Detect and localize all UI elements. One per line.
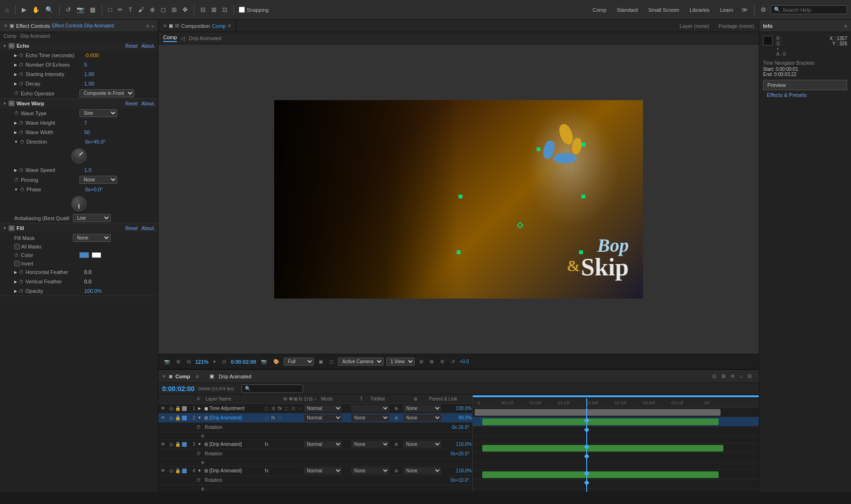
viewer-alpha-btn[interactable]: ◻ xyxy=(328,358,335,365)
layer-2-sw-1[interactable]: ◻ xyxy=(264,415,269,420)
echo-operator-watch[interactable]: ⏱ xyxy=(14,91,19,96)
echo-decay-value[interactable]: 1.00 xyxy=(84,81,94,86)
wave-warp-collapse-icon[interactable]: ▼ xyxy=(3,102,7,106)
color-watch[interactable]: ⏱ xyxy=(14,253,19,258)
layer-1-sw-5[interactable]: ⊟ xyxy=(290,406,296,411)
roto-tool[interactable]: ⊞ xyxy=(170,5,178,15)
echo-intensity-value[interactable]: 1.00 xyxy=(84,71,94,77)
snapping-checkbox[interactable] xyxy=(239,7,245,13)
direction-watch[interactable]: ⏱ xyxy=(20,139,25,145)
zoom-dropdown[interactable]: ▾ xyxy=(211,358,217,365)
layer-3-parent[interactable]: None xyxy=(403,441,441,448)
viewer-back-icon[interactable]: ◁ xyxy=(181,35,185,42)
align-tool[interactable]: ⊟ xyxy=(199,5,207,15)
opacity-watch[interactable]: ⏱ xyxy=(19,289,24,294)
wave-width-watch[interactable]: ⏱ xyxy=(19,130,24,135)
antialiasing-select[interactable]: Low xyxy=(73,214,111,222)
motion-tool[interactable]: ⊠ xyxy=(210,5,218,15)
layer-3-mode[interactable]: Normal xyxy=(304,441,342,448)
link-tool[interactable]: ⊡ xyxy=(221,5,229,15)
vert-feather-watch[interactable]: ⏱ xyxy=(19,279,24,284)
layer-3-sw-fx[interactable]: fx xyxy=(264,442,269,447)
phase-expand[interactable]: ▼ xyxy=(14,188,18,192)
layer-4-rot-watch[interactable]: ⏱ xyxy=(196,478,201,483)
fill-about-btn[interactable]: About. xyxy=(141,226,155,231)
viewer-frame-btn[interactable]: 📷 xyxy=(259,358,269,365)
app-settings-icon[interactable]: ⚙ xyxy=(759,5,768,15)
wave-warp-reset-btn[interactable]: Reset xyxy=(125,101,138,106)
invert-checkbox[interactable] xyxy=(14,261,20,266)
layer-2-rot-watch[interactable]: ⏱ xyxy=(196,425,201,430)
wave-speed-watch[interactable]: ⏱ xyxy=(19,168,24,173)
layer-2-lock[interactable]: 🔒 xyxy=(174,415,181,420)
echo-collapse-icon[interactable]: ▼ xyxy=(3,44,7,48)
fill-effect-header[interactable]: ▼ fx Fill Reset About. xyxy=(0,223,158,233)
layer-4-trkmat[interactable]: None xyxy=(351,467,389,474)
horiz-feather-watch[interactable]: ⏱ xyxy=(19,270,24,275)
tl-draft-btn[interactable]: ≋ xyxy=(729,372,736,380)
workspace-small-screen[interactable]: Small Screen xyxy=(644,5,683,15)
effect-controls-tab-label[interactable]: Effect Controls xyxy=(16,23,50,29)
layer-3-eye[interactable]: 👁 xyxy=(158,442,168,447)
viewer-drip-tab[interactable]: Drip Animated xyxy=(189,35,221,41)
layer-1-lock[interactable]: 🔒 xyxy=(174,406,181,411)
wave-warp-about-btn[interactable]: About. xyxy=(141,101,155,106)
layer-2-trkmat[interactable]: None xyxy=(351,414,389,421)
brush-tool[interactable]: 🖌 xyxy=(137,5,146,15)
horiz-feather-value[interactable]: 0.0 xyxy=(84,269,91,275)
clone-tool[interactable]: ⊕ xyxy=(148,5,156,15)
echo-intensity-watch[interactable]: ⏱ xyxy=(19,72,24,77)
layer-4-parent[interactable]: None xyxy=(403,467,441,474)
layer-1-eye[interactable]: 👁 xyxy=(158,406,168,411)
wave-height-watch[interactable]: ⏱ xyxy=(19,120,24,126)
layer-2-solo[interactable]: ◎ xyxy=(168,415,174,420)
viewer-settings-btn[interactable]: ⚙ xyxy=(438,358,446,365)
pinning-watch[interactable]: ⏱ xyxy=(14,177,19,182)
layer-2-rotation-value[interactable]: 0x-16.0° xyxy=(452,425,472,430)
layer-1-sw-1[interactable]: ◻ xyxy=(264,406,269,411)
echo-num-expand[interactable]: ▶ xyxy=(14,63,17,67)
echo-reset-btn[interactable]: Reset xyxy=(125,43,138,49)
wave-height-value[interactable]: 7 xyxy=(84,120,87,126)
vert-feather-value[interactable]: 0.0 xyxy=(84,279,91,284)
text-tool[interactable]: T xyxy=(127,5,134,15)
color-swatch-white[interactable] xyxy=(92,252,101,258)
layer-4-rotation-value[interactable]: 0x+10.0° xyxy=(451,478,472,483)
layer-3-link-icon[interactable]: ⊕ xyxy=(389,442,403,447)
viewer-color-btn[interactable]: 🎨 xyxy=(271,358,281,365)
layer-2-parent[interactable]: None xyxy=(403,414,441,421)
layer-2-eye[interactable]: 👁 xyxy=(158,415,168,420)
workspace-learn[interactable]: Learn xyxy=(716,5,737,15)
layer-4-lock[interactable]: 🔒 xyxy=(174,468,181,473)
eraser-tool[interactable]: ◻ xyxy=(159,5,167,15)
wave-width-value[interactable]: 50 xyxy=(84,129,90,135)
timeline-timecode[interactable]: 0:00:02:00 xyxy=(162,385,195,393)
puppet-tool[interactable]: ✤ xyxy=(181,5,189,15)
timeline-menu-icon[interactable]: ≡ xyxy=(196,374,199,379)
echo-about-btn[interactable]: About. xyxy=(141,43,155,49)
viewer-safe-zone-btn[interactable]: ⊟ xyxy=(185,358,192,365)
workspace-default[interactable]: Comp xyxy=(589,5,610,15)
echo-decay-expand[interactable]: ▶ xyxy=(14,82,17,86)
all-masks-checkbox[interactable] xyxy=(14,244,20,249)
pinning-select[interactable]: None xyxy=(79,176,117,184)
viewer-zoom-display[interactable]: 121% xyxy=(195,359,208,365)
hand-tool[interactable]: ✋ xyxy=(31,5,41,15)
layer-1-sw-6[interactable]: ○ xyxy=(297,406,303,411)
color-swatch-blue[interactable] xyxy=(79,252,89,258)
fill-reset-btn[interactable]: Reset xyxy=(125,226,138,231)
viewer-3d-btn[interactable]: ⊞ xyxy=(417,358,425,365)
layer-3-rot-watch[interactable]: ⏱ xyxy=(196,451,201,456)
viewer-render-btn[interactable]: ⊠ xyxy=(428,358,435,365)
layer-3-expand[interactable]: ▼ xyxy=(196,442,203,446)
layer-3-solo[interactable]: ◎ xyxy=(168,442,174,447)
layer-1-name[interactable]: Tone Adjustment xyxy=(209,406,264,411)
layer-3-trkmat[interactable]: None xyxy=(351,441,389,448)
timeline-search-input[interactable] xyxy=(252,386,300,392)
viewer-region-btn[interactable]: ⊡ xyxy=(220,358,228,365)
viewer-roi-btn[interactable]: ▣ xyxy=(317,358,325,365)
opacity-value[interactable]: 100.0% xyxy=(84,288,102,294)
select-tool[interactable]: ▶ xyxy=(20,5,28,15)
tl-cache-btn[interactable]: ○ xyxy=(738,373,744,380)
opacity-expand[interactable]: ▶ xyxy=(14,289,17,293)
